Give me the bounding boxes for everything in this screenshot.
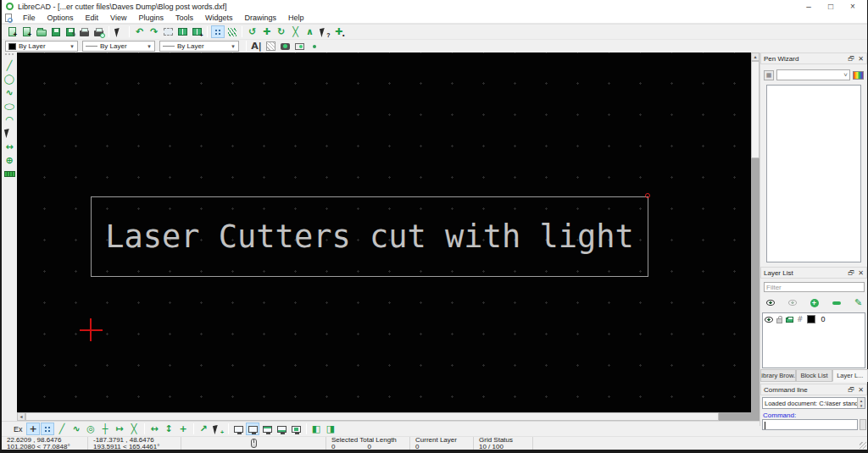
cad-text-entity[interactable]: Laser Cutters cut with light bbox=[105, 218, 634, 255]
minimize-button[interactable]: – bbox=[798, 0, 820, 13]
drawn-rectangle[interactable]: Laser Cutters cut with light bbox=[91, 196, 648, 277]
spline-icon[interactable]: ∿ bbox=[3, 86, 16, 99]
snap-middle-icon[interactable]: ┼ bbox=[98, 423, 112, 435]
grid-toggle-icon[interactable] bbox=[211, 25, 225, 38]
circle-icon[interactable]: ◯ bbox=[3, 72, 16, 86]
command-input[interactable] bbox=[762, 419, 858, 430]
menu-edit[interactable]: Edit bbox=[80, 13, 105, 24]
block-add-icon[interactable]: + bbox=[191, 25, 204, 38]
snap-distance-icon[interactable]: ↦ bbox=[113, 423, 126, 435]
undo-icon[interactable]: ↶ bbox=[133, 25, 147, 38]
menu-help[interactable]: Help bbox=[282, 13, 310, 24]
layer-row[interactable]: # 0 bbox=[763, 313, 865, 325]
redo-icon[interactable]: ↷ bbox=[147, 25, 161, 38]
horizontal-scrollbar[interactable] bbox=[17, 412, 751, 421]
menu-file[interactable]: File bbox=[17, 13, 42, 24]
save-as-icon[interactable] bbox=[64, 25, 77, 38]
close-panel-icon[interactable]: ✕ bbox=[858, 269, 864, 277]
properties-icon[interactable]: ? bbox=[318, 25, 331, 38]
line-icon[interactable]: ╱ bbox=[3, 58, 16, 72]
tab-library-browser[interactable]: Library Brow... bbox=[760, 369, 796, 382]
new-from-template-icon[interactable] bbox=[20, 25, 34, 38]
snap-grid-icon[interactable] bbox=[41, 423, 54, 435]
point-icon[interactable] bbox=[308, 40, 321, 52]
hide-all-layers-icon[interactable] bbox=[786, 296, 799, 309]
save-icon[interactable] bbox=[49, 25, 63, 38]
move-icon[interactable]: ✚ bbox=[260, 25, 274, 38]
set-relative-zero-icon[interactable]: ↗ bbox=[197, 423, 210, 435]
mirror-icon[interactable]: ∧ bbox=[303, 25, 317, 38]
layer-visible-eye-icon[interactable] bbox=[765, 317, 773, 323]
measure-icon[interactable] bbox=[3, 167, 16, 180]
new-document-icon[interactable] bbox=[6, 25, 19, 38]
menu-tools[interactable]: Tools bbox=[170, 13, 199, 24]
move-rotate-icon[interactable]: ↻ bbox=[275, 25, 288, 38]
pen-color-combo[interactable]: By Layer bbox=[5, 41, 78, 52]
restrict-horizontal-icon[interactable]: ↔ bbox=[147, 423, 161, 435]
layer-lock-icon[interactable] bbox=[776, 318, 782, 323]
monitor-top-green-icon[interactable] bbox=[260, 423, 274, 435]
selection-window-icon[interactable] bbox=[162, 25, 175, 38]
block-panels-icon[interactable] bbox=[176, 25, 190, 38]
maximize-button[interactable]: □ bbox=[820, 0, 842, 13]
scale-icon[interactable]: ╳ bbox=[289, 25, 303, 38]
print-preview-icon[interactable] bbox=[92, 25, 106, 38]
block-insert-icon[interactable] bbox=[293, 40, 307, 52]
horizontal-scroll-thumb[interactable] bbox=[25, 412, 719, 421]
layer-construction-icon[interactable]: # bbox=[797, 315, 804, 324]
vertical-scroll-thumb[interactable] bbox=[751, 61, 760, 158]
dock-left-toggle-icon[interactable]: ◧ bbox=[309, 423, 323, 435]
rotate-icon[interactable]: ↺ bbox=[246, 25, 259, 38]
isometric-grid-icon[interactable] bbox=[225, 25, 239, 38]
dimension-icon[interactable]: ↔ bbox=[3, 140, 16, 153]
layer-print-icon[interactable] bbox=[786, 318, 793, 323]
close-button[interactable]: × bbox=[842, 0, 864, 13]
scroll-left-icon[interactable] bbox=[17, 412, 25, 421]
menu-widgets[interactable]: Widgets bbox=[199, 13, 239, 24]
pen-linetype-combo[interactable]: By Layer bbox=[159, 41, 239, 52]
remove-layer-icon[interactable] bbox=[830, 296, 843, 309]
snap-intersection-icon[interactable]: ╳ bbox=[127, 423, 141, 435]
layer-name[interactable]: 0 bbox=[821, 315, 826, 323]
pen-wizard-list[interactable] bbox=[766, 85, 861, 262]
pen-wizard-combo[interactable] bbox=[776, 69, 850, 80]
snap-free-icon[interactable]: + bbox=[26, 423, 40, 435]
float-panel-icon[interactable]: 🗗 bbox=[848, 269, 854, 277]
insert-image-icon[interactable] bbox=[279, 40, 292, 52]
layer-list[interactable]: # 0 bbox=[762, 312, 865, 368]
snap-endpoint-icon[interactable]: ╱ bbox=[55, 423, 69, 435]
dock-right-toggle-icon[interactable]: ◨ bbox=[324, 423, 337, 435]
document-menu-icon[interactable] bbox=[5, 14, 12, 22]
arc-icon[interactable]: ◠ bbox=[3, 113, 16, 126]
edit-layer-icon[interactable]: ✎ bbox=[852, 296, 865, 309]
pen-wizard-button[interactable]: ▦ bbox=[764, 70, 774, 80]
snap-center-icon[interactable]: ◎ bbox=[84, 423, 97, 435]
add-layer-icon[interactable]: + bbox=[808, 296, 821, 309]
close-panel-icon[interactable]: ✕ bbox=[858, 55, 864, 63]
monitor-draft-icon[interactable] bbox=[246, 423, 259, 435]
exclusive-snap-label[interactable]: Ex bbox=[14, 425, 23, 434]
menu-view[interactable]: View bbox=[104, 13, 132, 24]
monitor-bottom-green-icon[interactable] bbox=[275, 423, 288, 435]
pen-width-combo[interactable]: By Layer bbox=[82, 41, 155, 52]
drawing-canvas[interactable]: Laser Cutters cut with light bbox=[17, 52, 751, 412]
show-all-layers-icon[interactable] bbox=[764, 296, 777, 309]
monitor-plain-icon[interactable] bbox=[231, 423, 245, 435]
modify-icon[interactable]: ⊕ bbox=[3, 153, 16, 167]
scroll-spinner-icon[interactable] bbox=[857, 398, 865, 408]
print-icon[interactable] bbox=[78, 25, 92, 38]
tab-block-list[interactable]: Block List bbox=[796, 369, 832, 382]
tab-layer-list[interactable]: Layer L... bbox=[832, 369, 868, 382]
layer-color-swatch[interactable] bbox=[807, 315, 815, 323]
select-icon[interactable] bbox=[3, 126, 16, 140]
rainbow-color-icon[interactable] bbox=[853, 71, 864, 80]
restrict-orthogonal-icon[interactable]: + bbox=[176, 423, 190, 435]
pointer-icon[interactable] bbox=[113, 25, 126, 38]
float-panel-icon[interactable]: 🗗 bbox=[848, 386, 854, 394]
vertical-scrollbar[interactable] bbox=[751, 52, 760, 421]
command-options-button[interactable] bbox=[860, 419, 866, 430]
menu-drawings[interactable]: Drawings bbox=[238, 13, 282, 24]
monitor-center-green-icon[interactable] bbox=[289, 423, 303, 435]
snap-on-entity-icon[interactable]: ∿ bbox=[70, 423, 83, 435]
close-panel-icon[interactable]: ✕ bbox=[858, 386, 864, 394]
